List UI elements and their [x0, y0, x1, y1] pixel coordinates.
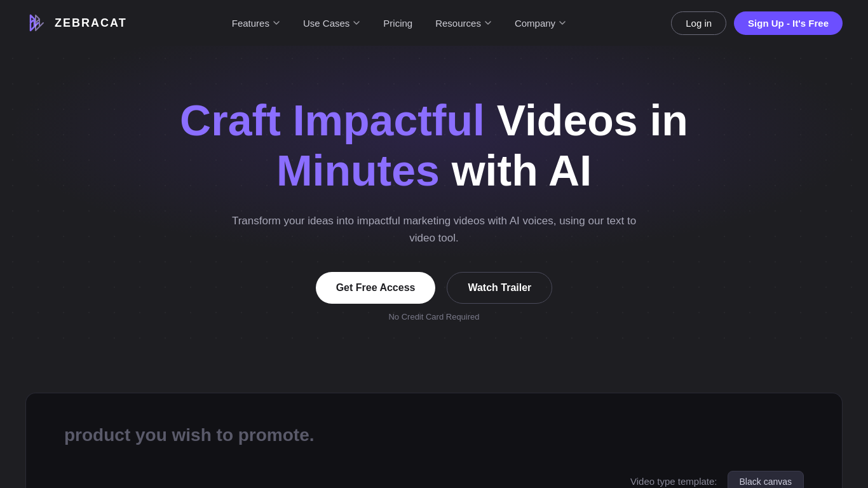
nav-use-cases-button[interactable]: Use Cases [294, 13, 369, 34]
hero-title: Craft Impactful Videos in Minutes with A… [180, 97, 688, 194]
nav-item-resources[interactable]: Resources [426, 13, 501, 34]
nav-item-pricing[interactable]: Pricing [374, 13, 421, 34]
nav-links: Features Use Cases Pricing Resources [223, 13, 575, 34]
logo-text: ZEBRACAT [55, 17, 127, 30]
logo-icon [25, 11, 48, 34]
hero-title-purple2: Minutes [276, 146, 440, 194]
video-type-value[interactable]: Black canvas [728, 471, 804, 488]
no-credit-card-note: No Credit Card Required [316, 312, 553, 322]
hero-title-line1: Craft Impactful Videos in [180, 97, 688, 144]
demo-product-text: product you wish to promote. [64, 425, 804, 445]
navbar: ZEBRACAT Features Use Cases Pricing [0, 0, 868, 46]
nav-item-use-cases[interactable]: Use Cases [294, 13, 369, 34]
chevron-down-icon [484, 19, 492, 27]
chevron-down-icon [353, 19, 360, 27]
hero-subtitle: Transform your ideas into impactful mark… [224, 212, 644, 247]
hero-title-white2: with AI [440, 146, 592, 194]
login-button[interactable]: Log in [671, 11, 726, 35]
hero-title-white1: Videos in [485, 96, 688, 144]
nav-actions: Log in Sign Up - It's Free [671, 11, 843, 35]
nav-features-button[interactable]: Features [223, 13, 289, 34]
get-free-access-button[interactable]: Get Free Access [316, 272, 436, 304]
hero-cta-group: Get Free Access Watch Trailer No Credit … [316, 272, 553, 304]
chevron-down-icon [273, 19, 280, 27]
svg-rect-0 [25, 11, 48, 34]
chevron-down-icon [559, 19, 566, 27]
demo-section: product you wish to promote. Video type … [25, 393, 843, 488]
nav-company-button[interactable]: Company [506, 13, 575, 34]
hero-title-line2: Minutes with AI [180, 147, 688, 194]
nav-item-features[interactable]: Features [223, 13, 289, 34]
logo[interactable]: ZEBRACAT [25, 11, 127, 34]
demo-bottom-row: Video type template: Black canvas [64, 471, 804, 488]
hero-section: Craft Impactful Videos in Minutes with A… [0, 46, 868, 342]
signup-button[interactable]: Sign Up - It's Free [734, 11, 843, 35]
nav-pricing-button[interactable]: Pricing [374, 13, 421, 34]
video-type-label: Video type template: [630, 476, 717, 487]
hero-title-purple1: Craft Impactful [180, 96, 485, 144]
nav-resources-button[interactable]: Resources [426, 13, 501, 34]
nav-item-company[interactable]: Company [506, 13, 575, 34]
watch-trailer-button[interactable]: Watch Trailer [447, 272, 552, 304]
